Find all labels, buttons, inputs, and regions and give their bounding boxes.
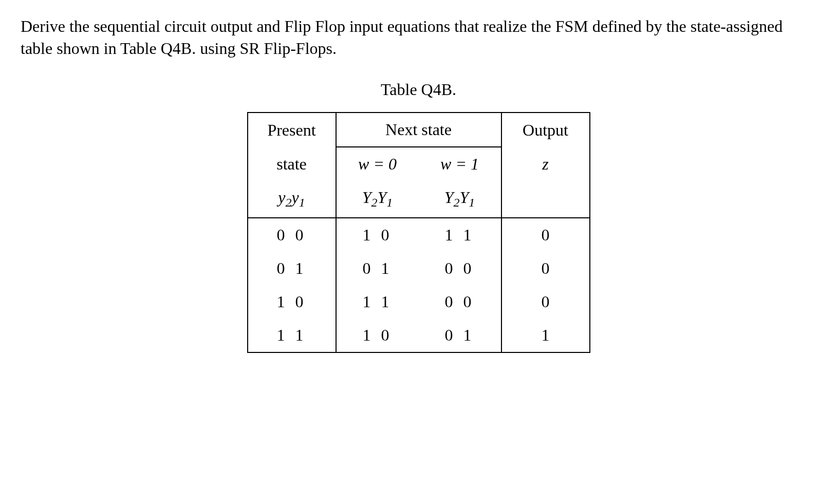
cell-next-w1: 0 0 [419, 252, 501, 285]
header-present-line1: Present [248, 114, 336, 147]
header-output-blank [502, 182, 589, 216]
cell-next-w0: 1 0 [337, 218, 419, 252]
header-w1: w = 1 [419, 147, 501, 181]
question-text: Derive the sequential circuit output and… [21, 15, 816, 60]
cell-present: 1 1 [248, 319, 336, 352]
cell-present: 0 1 [248, 252, 336, 285]
header-next-var-w0: Y2Y1 [337, 181, 419, 217]
header-w0: w = 0 [337, 147, 419, 181]
cell-present: 0 0 [248, 218, 336, 252]
state-table: Present Next state Output state w = 0 w … [21, 112, 816, 352]
cell-next-w0: 0 1 [337, 252, 419, 285]
cell-output: 0 [502, 218, 589, 252]
header-next-var-w1: Y2Y1 [419, 181, 501, 217]
cell-output: 0 [502, 285, 589, 319]
cell-next-w1: 0 1 [419, 319, 501, 352]
header-present-line2: state [248, 147, 336, 181]
cell-next-w1: 0 0 [419, 285, 501, 319]
header-present-var: y2y1 [248, 181, 336, 217]
cell-output: 1 [502, 319, 589, 352]
table-caption: Table Q4B. [21, 80, 816, 99]
header-output: Output [502, 114, 589, 147]
cell-output: 0 [502, 252, 589, 285]
cell-next-w0: 1 1 [337, 285, 419, 319]
cell-next-w1: 1 1 [419, 218, 501, 252]
cell-present: 1 0 [248, 285, 336, 319]
cell-next-w0: 1 0 [337, 319, 419, 352]
header-output-var: z [502, 147, 589, 181]
header-next-state: Next state [337, 113, 501, 146]
